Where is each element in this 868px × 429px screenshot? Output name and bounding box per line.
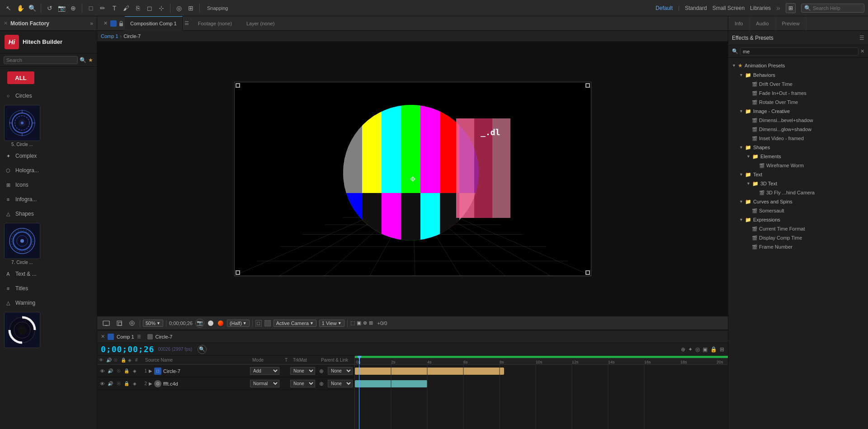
- thumb-item-5-circle[interactable]: 5. Circle ...: [2, 105, 42, 147]
- layer-1-tag-icon[interactable]: ◈: [132, 368, 138, 374]
- effects-menu-icon[interactable]: ☰: [859, 35, 864, 41]
- pan-tool-icon[interactable]: ⊕: [68, 3, 78, 13]
- category-hologra[interactable]: ⬡ Hologra...: [0, 163, 97, 178]
- toggle-alpha-icon[interactable]: □: [255, 320, 262, 326]
- camera-capture-icon[interactable]: 📷: [195, 319, 204, 328]
- category-infogra[interactable]: ≡ Infogra...: [0, 192, 97, 207]
- render-icon2[interactable]: ▣: [357, 320, 361, 326]
- layer-2-audio-icon[interactable]: 🔊: [107, 381, 113, 387]
- comp-tab-comp1[interactable]: Composition Comp 1: [125, 16, 183, 31]
- tree-display-comp-time[interactable]: 🎬 Display Comp Time: [748, 233, 868, 242]
- plugin-search-input[interactable]: [4, 56, 78, 64]
- thumb-item-7-circle[interactable]: 7. Circle ...: [2, 223, 42, 265]
- close-icon[interactable]: ✕: [4, 20, 8, 26]
- transform-handle-tr[interactable]: [585, 83, 590, 88]
- align-icon[interactable]: ⊞: [186, 3, 196, 13]
- tab-audio[interactable]: Audio: [750, 16, 775, 31]
- render-icon3[interactable]: ⊕: [363, 320, 367, 326]
- layer-1-track-bar[interactable]: [355, 368, 504, 375]
- search-go-icon[interactable]: 🔍: [80, 57, 86, 63]
- transform-handle-br[interactable]: [585, 270, 590, 275]
- 3d-view-icon[interactable]: [114, 319, 124, 327]
- tree-elements-header[interactable]: ▼ 📁 Elements: [743, 152, 868, 161]
- tree-3d-text-header[interactable]: ▼ 📁 3D Text: [743, 179, 868, 188]
- checkerboard-icon[interactable]: [264, 320, 271, 326]
- transform-handle-bl[interactable]: [236, 270, 240, 275]
- tree-rotate-over-time[interactable]: 🎬 Rotate Over Time: [748, 98, 868, 107]
- workspace-small[interactable]: Small Screen: [712, 5, 745, 11]
- layer-2-mode-select[interactable]: Normal: [250, 380, 279, 387]
- effects-clear-icon[interactable]: ✕: [860, 48, 864, 54]
- tab-preview[interactable]: Preview: [776, 16, 807, 31]
- category-icons[interactable]: ⊞ Icons: [0, 178, 97, 192]
- arrow-tool-icon[interactable]: ↖: [4, 3, 14, 13]
- layer-1-lock-icon[interactable]: 🔒: [123, 368, 130, 374]
- rotate-tool-icon[interactable]: ↺: [45, 3, 55, 13]
- footage-tab[interactable]: Footage (none): [191, 16, 239, 31]
- tree-image-creative-header[interactable]: ▼ 📁 Image - Creative: [736, 107, 868, 116]
- search-box[interactable]: 🔍: [801, 4, 864, 13]
- render-icon1[interactable]: ⬚: [350, 320, 355, 326]
- tree-animation-presets-header[interactable]: ▼ ★ Animation Presets: [728, 61, 868, 71]
- search-timecode-icon[interactable]: 🔍: [198, 345, 207, 354]
- lock-icon[interactable]: [118, 20, 125, 27]
- tree-wireframe-worm[interactable]: 🎬 Wireframe Worm: [755, 161, 868, 170]
- category-shapes[interactable]: △ Shapes: [0, 207, 97, 221]
- tree-shapes-header[interactable]: ▼ 📁 Shapes: [736, 143, 868, 152]
- clone-tool-icon[interactable]: ⎘: [133, 3, 143, 13]
- timeline-comp-tab[interactable]: Comp 1: [117, 334, 134, 339]
- view-count-dropdown[interactable]: 1 View ▼: [319, 320, 344, 327]
- layer-2-lock-icon[interactable]: 🔒: [123, 381, 130, 387]
- puppet-tool-icon[interactable]: ⊹: [156, 3, 166, 13]
- search-input[interactable]: [813, 5, 861, 11]
- panel-expand-icon[interactable]: »: [90, 20, 93, 27]
- layer-1-trkmat-select[interactable]: None: [290, 367, 315, 375]
- category-text[interactable]: A Text & ...: [0, 267, 97, 281]
- category-warning[interactable]: △ Warning: [0, 296, 97, 310]
- thumb-item-3[interactable]: [2, 312, 42, 349]
- layer-1-parent-select[interactable]: None: [328, 367, 353, 375]
- timeline-menu-icon[interactable]: ☰: [137, 334, 141, 339]
- layer-2-expand-icon[interactable]: ▶: [149, 381, 152, 386]
- parent-link-icon[interactable]: ⊕: [681, 346, 685, 353]
- composition-viewer[interactable]: _.dl: [97, 42, 728, 316]
- tree-inset-video[interactable]: 🎬 Inset Video - framed: [748, 134, 868, 143]
- star-icon[interactable]: ★: [88, 57, 93, 63]
- pen-tool-icon[interactable]: ✏: [98, 3, 108, 13]
- tab-info[interactable]: Info: [728, 16, 750, 31]
- close-comp-btn[interactable]: ✕: [101, 20, 110, 26]
- layer-2-parent-select[interactable]: None: [328, 380, 353, 387]
- zoom-dropdown[interactable]: 50% ▼: [143, 320, 163, 327]
- rect-tool-icon[interactable]: □: [86, 3, 96, 13]
- view-dropdown[interactable]: Active Camera ▼: [274, 320, 316, 327]
- layer-1-expand-icon[interactable]: ▶: [149, 368, 152, 373]
- grid-icon[interactable]: [127, 319, 137, 327]
- layer-2-vis-icon[interactable]: 👁: [99, 381, 105, 387]
- tree-curves-header[interactable]: ▼ 📁 Curves and Spins: [736, 197, 868, 206]
- tree-3d-fly[interactable]: 🎬 3D Fly ...hind Camera: [755, 188, 868, 197]
- tree-current-time[interactable]: 🎬 Current Time Format: [748, 224, 868, 233]
- layer-2-track-bar[interactable]: [355, 380, 427, 387]
- solo-icon[interactable]: ⊞: [720, 346, 724, 353]
- tree-text-header[interactable]: ▼ 📁 Text: [736, 170, 868, 179]
- category-complex[interactable]: ✦ Complex: [0, 149, 97, 163]
- layer-tab[interactable]: Layer (none): [239, 16, 282, 31]
- render-icon4[interactable]: ⊞: [369, 320, 373, 326]
- breadcrumb-comp1[interactable]: Comp 1: [101, 33, 118, 39]
- snapping-control[interactable]: Snapping: [207, 5, 228, 11]
- draft-icon[interactable]: ✦: [688, 346, 693, 353]
- comp-menu-icon[interactable]: ☰: [183, 20, 191, 26]
- layer-1-audio-icon[interactable]: 🔊: [107, 368, 113, 374]
- tree-expressions-header[interactable]: ▼ 📁 Expressions: [736, 215, 868, 224]
- monitor-icon[interactable]: [101, 320, 112, 327]
- tree-behaviors-header[interactable]: ▼ 📁 Behaviors: [736, 71, 868, 80]
- workspace-default[interactable]: Default: [656, 5, 673, 11]
- transform-handle-tl[interactable]: [236, 83, 240, 88]
- motion-blur-icon[interactable]: ◎: [695, 346, 700, 353]
- category-circles[interactable]: ○ Circles: [0, 89, 97, 103]
- layer-2-parent-icon[interactable]: ⊕: [317, 381, 326, 387]
- zoom-tool-icon[interactable]: 🔍: [27, 3, 37, 13]
- tree-somersault[interactable]: 🎬 Somersault: [748, 206, 868, 215]
- layer-2-tag-icon[interactable]: ◈: [132, 381, 138, 387]
- hand-tool-icon[interactable]: ✋: [15, 3, 25, 13]
